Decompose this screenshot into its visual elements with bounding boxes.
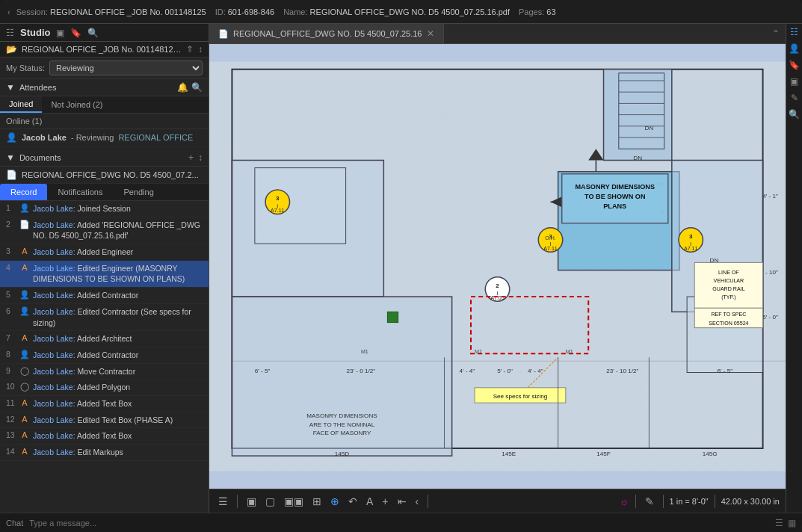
record-actor: Jacob Lake:: [33, 247, 75, 256]
search-icon[interactable]: 🔍: [87, 28, 99, 38]
joined-tab[interactable]: Joined: [0, 96, 42, 113]
two-page-btn[interactable]: ▣▣: [281, 494, 306, 509]
svg-text:6' - 5": 6' - 5": [718, 368, 733, 374]
sort-icon[interactable]: ↕: [198, 44, 203, 55]
attendees-label: Attendees: [19, 83, 173, 92]
bookmarks-icon[interactable]: 🔖: [789, 60, 800, 70]
record-tabs: Record Notifications Pending: [0, 184, 209, 201]
status-bar: My Status: Reviewing Approved Rejected: [0, 58, 209, 79]
back-arrow-icon[interactable]: ‹: [7, 7, 10, 16]
chat-toggle-btn[interactable]: ☰: [215, 494, 231, 509]
svg-text:DN: DN: [710, 257, 719, 264]
cursor-btn[interactable]: ↶: [345, 494, 360, 509]
status-select[interactable]: Reviewing Approved Rejected: [49, 61, 203, 75]
record-item: 7 A Jacob Lake: Added Architect: [0, 331, 209, 347]
record-item: 14 A Jacob Lake: Edit Markups: [0, 445, 209, 461]
record-actor: Jacob Lake:: [33, 415, 75, 424]
record-num: 2: [6, 220, 16, 229]
record-icon: A: [19, 333, 30, 342]
record-content: Jacob Lake: Added Engineer: [33, 247, 203, 258]
record-num: 7: [6, 333, 16, 342]
svg-text:ARE TO THE NOMINAL: ARE TO THE NOMINAL: [309, 421, 375, 428]
first-page-btn[interactable]: ⇤: [395, 494, 410, 509]
record-actor: Jacob Lake:: [33, 350, 75, 359]
svg-text:6' - 5": 6' - 5": [255, 368, 271, 374]
properties-icon[interactable]: 👤: [789, 43, 800, 54]
svg-text:23' - 0 1/2": 23' - 0 1/2": [347, 368, 376, 374]
text-tool-btn[interactable]: A: [363, 494, 376, 509]
bookmark-icon[interactable]: 🔖: [70, 28, 81, 38]
record-item: 12 A Jacob Lake: Edited Text Box (PHASE …: [0, 412, 209, 429]
record-icon: A: [19, 415, 30, 424]
record-tab[interactable]: Record: [0, 184, 47, 200]
record-item: 6 👤 Jacob Lake: Edited Contractor (See s…: [0, 304, 209, 331]
record-actor: Jacob Lake:: [33, 367, 75, 376]
name-info: Name: REGIONAL OFFICE_DWG NO. D5 4500_07…: [283, 7, 510, 16]
thumbnails-icon[interactable]: ▣: [790, 76, 798, 87]
svg-text:FACE OF MASONRY: FACE OF MASONRY: [313, 430, 371, 436]
record-item: 8 👤 Jacob Lake: Added Contractor: [0, 347, 209, 364]
doc-nav-right: ⌃: [766, 28, 786, 39]
layers-icon[interactable]: ▣: [56, 28, 64, 38]
filter-icon[interactable]: ▦: [788, 518, 796, 528]
record-icon: 👤: [19, 306, 30, 316]
grid-view-btn[interactable]: ⊞: [309, 494, 324, 509]
svg-text:4' - 1": 4' - 1": [762, 193, 778, 200]
collapse-icon[interactable]: ▼: [6, 82, 15, 93]
online-section: Online (1): [0, 114, 209, 129]
document-row-0[interactable]: 📄 REGIONAL OFFICE_DWG NO. D5 4500_07.2..…: [0, 167, 209, 184]
chat-input[interactable]: [29, 519, 769, 528]
svg-text:O.H.: O.H.: [545, 235, 556, 241]
doc-file-icon: 📄: [6, 170, 17, 180]
docs-collapse-icon[interactable]: ▼: [6, 152, 15, 163]
doc-name-text: REGIONAL OFFICE_DWG NO. D5 4500_07.2...: [22, 170, 199, 179]
single-page-btn[interactable]: ▢: [262, 494, 278, 509]
folder-icon[interactable]: 📂: [6, 44, 17, 55]
notifications-tab[interactable]: Notifications: [47, 184, 113, 200]
add-doc-icon[interactable]: +: [188, 152, 194, 163]
nav-mode-btn[interactable]: ⊕: [327, 494, 342, 509]
svg-text:145D: 145D: [335, 451, 350, 457]
record-item: 4 A Jacob Lake: Edited Engineer (MASONRY…: [0, 261, 209, 288]
svg-text:5' - 0": 5' - 0": [497, 368, 513, 374]
pencil-btn[interactable]: ✎: [642, 494, 657, 509]
svg-text:See specs for sizing: See specs for sizing: [493, 393, 548, 400]
search-attendee-icon[interactable]: 🔍: [191, 82, 203, 93]
chat-label: Chat: [6, 519, 23, 528]
record-item: 5 👤 Jacob Lake: Added Contractor: [0, 288, 209, 304]
record-content: Jacob Lake: Added Text Box: [33, 430, 203, 442]
doc-tab-0[interactable]: 📄 REGIONAL_OFFICE_DWG NO. D5 4500_07.25.…: [209, 24, 444, 43]
grid-icon[interactable]: ☷: [6, 28, 14, 38]
list-icon[interactable]: ☰: [775, 518, 783, 528]
record-actor: Jacob Lake:: [33, 448, 75, 457]
record-content: Jacob Lake: Edit Markups: [33, 447, 203, 458]
not-joined-tab[interactable]: Not Joined (2): [42, 96, 111, 113]
prev-page-btn[interactable]: ‹: [413, 494, 422, 509]
svg-text:A7.11: A7.11: [271, 208, 285, 214]
sun-icon: ☼: [620, 495, 629, 507]
export-icon[interactable]: ⇑: [186, 44, 194, 55]
chevron-up-icon[interactable]: ⌃: [772, 28, 780, 39]
zoom-in-btn[interactable]: +: [379, 494, 391, 509]
record-content: Jacob Lake: Added Contractor: [33, 290, 203, 301]
svg-text:3: 3: [689, 233, 693, 240]
svg-text:4' - 4": 4' - 4": [460, 368, 475, 374]
studio-label: Studio: [20, 27, 50, 38]
annotations-icon[interactable]: ✎: [791, 93, 798, 103]
layers-right-icon[interactable]: ☷: [790, 27, 798, 37]
record-num: 4: [6, 263, 16, 272]
fit-page-btn[interactable]: ▣: [244, 494, 259, 509]
sort-doc-icon[interactable]: ↕: [198, 152, 203, 163]
record-icon: A: [19, 430, 30, 439]
record-actor: Jacob Lake:: [33, 399, 75, 408]
record-content: Jacob Lake: Edited Contractor (See specs…: [33, 306, 203, 328]
record-icon: A: [19, 263, 30, 272]
bell-icon[interactable]: 🔔: [177, 82, 188, 93]
attendees-header: ▼ Attendees 🔔 🔍: [0, 79, 209, 96]
close-doc-tab-icon[interactable]: ✕: [427, 28, 434, 39]
record-num: 8: [6, 350, 16, 359]
search-right-icon[interactable]: 🔍: [789, 109, 800, 120]
blueprint-area[interactable]: DN DN UP E MASONRY DIMENSIONS TO BE S: [209, 44, 786, 489]
svg-text:3: 3: [276, 195, 280, 202]
pending-tab[interactable]: Pending: [113, 184, 164, 200]
